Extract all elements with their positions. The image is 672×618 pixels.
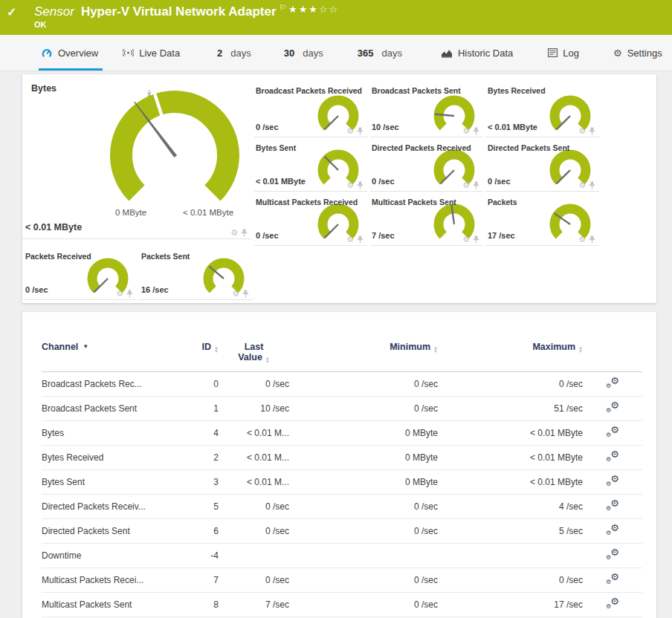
edit-channel-gears-icon[interactable]: ⚙⚙ — [606, 402, 619, 413]
tab-number: 365 — [358, 48, 374, 59]
pin-icon[interactable] — [589, 181, 595, 189]
col-channel[interactable]: Channel▼ — [42, 312, 183, 372]
id-cell: 3 — [183, 470, 219, 495]
minimum-cell: 0 MByte — [289, 470, 438, 495]
gauge-tile: Multicast Packets Received 0 /sec ⚙ — [254, 192, 367, 246]
gear-icon[interactable]: ⚙ — [462, 127, 470, 135]
tab-bar: Overview Live Data 2days 30days 365days … — [0, 35, 672, 71]
tab-365-days[interactable]: 365days — [358, 35, 402, 71]
minimum-cell: 0 /sec — [289, 397, 438, 421]
tab-overview[interactable]: Overview — [41, 35, 98, 71]
minimum-cell: 0 MByte — [289, 421, 438, 446]
tab-30-days[interactable]: 30days — [284, 35, 323, 71]
gauge-value: 0 /sec — [256, 231, 279, 240]
pin-icon[interactable] — [589, 235, 595, 244]
gear-icon[interactable]: ⚙ — [346, 235, 354, 244]
tab-number: 2 — [217, 48, 222, 59]
sort-desc-icon: ▼ — [83, 343, 88, 350]
edit-channel-gears-icon[interactable]: ⚙⚙ — [606, 475, 619, 487]
gauge-value: < 0.01 MByte — [256, 177, 306, 186]
col-last-value[interactable]: LastValue▲▼ — [219, 312, 289, 372]
channel-table: Channel▼ ID▲▼ LastValue▲▼ Minimum▲▼ Maxi… — [42, 312, 642, 617]
last-value-cell: 7 /sec — [219, 593, 289, 617]
gear-icon[interactable]: ⚙ — [116, 290, 123, 298]
gear-icon[interactable]: ⚙ — [232, 290, 239, 298]
pin-icon[interactable] — [241, 229, 248, 237]
id-cell: 0 — [183, 372, 219, 397]
maximum-cell: 5 /sec — [438, 519, 583, 544]
channel-cell: Bytes — [42, 421, 183, 446]
gear-icon[interactable]: ⚙ — [578, 127, 586, 135]
tab-label: Live Data — [139, 48, 180, 59]
pin-icon[interactable] — [473, 181, 479, 189]
status-badge: OK — [34, 20, 47, 29]
flag-icon[interactable]: ⚐ — [280, 3, 287, 12]
gauge-label: Bytes — [31, 83, 56, 94]
col-maximum[interactable]: Maximum▲▼ — [438, 312, 583, 372]
tab-live-data[interactable]: Live Data — [123, 35, 180, 71]
maximum-cell: < 0.01 MByte — [438, 446, 583, 470]
gauge-min-label: 0 MByte — [115, 208, 146, 217]
channel-cell: Directed Packets Receiv... — [42, 495, 183, 519]
gear-icon[interactable]: ⚙ — [578, 181, 586, 189]
pin-icon[interactable] — [473, 127, 479, 135]
gauge-label: Packets Sent — [141, 252, 190, 261]
tab-word: days — [381, 48, 401, 59]
minimum-cell: 0 /sec — [289, 568, 438, 593]
pin-icon[interactable] — [357, 235, 364, 244]
last-value-cell: 0 /sec — [219, 372, 289, 397]
edit-channel-gears-icon[interactable]: ⚙⚙ — [606, 451, 619, 462]
id-cell: 4 — [183, 421, 219, 446]
edit-channel-gears-icon[interactable]: ⚙⚙ — [606, 426, 619, 438]
channel-cell: Downtime — [42, 544, 183, 568]
edit-channel-gears-icon[interactable]: ⚙⚙ — [606, 377, 619, 388]
edit-channel-gears-icon[interactable]: ⚙⚙ — [606, 500, 619, 511]
tab-word: days — [303, 48, 323, 59]
gear-icon[interactable]: ⚙ — [230, 229, 238, 237]
col-minimum[interactable]: Minimum▲▼ — [289, 312, 438, 372]
pin-icon[interactable] — [473, 235, 479, 244]
gear-icon[interactable]: ⚙ — [578, 235, 586, 244]
minimum-cell — [289, 544, 438, 568]
table-row: Directed Packets Sent 6 0 /sec 0 /sec 5 … — [42, 519, 642, 544]
pin-icon[interactable] — [589, 127, 595, 135]
tab-2-days[interactable]: 2days — [217, 35, 251, 71]
maximum-cell: 4 /sec — [438, 495, 583, 519]
edit-channel-gears-icon[interactable]: ⚙⚙ — [606, 598, 619, 609]
gear-icon[interactable]: ⚙ — [462, 181, 470, 189]
edit-channel-gears-icon[interactable]: ⚙⚙ — [606, 549, 619, 560]
last-value-cell: 10 /sec — [219, 397, 289, 421]
gauge-max-label: < 0.01 MByte — [183, 208, 233, 217]
gauge-tile: Directed Packets Received 0 /sec ⚙ — [370, 137, 483, 192]
stars-filled[interactable]: ★★★ — [288, 4, 319, 15]
last-value-cell: 0 /sec — [219, 519, 289, 544]
tab-log[interactable]: Log — [548, 35, 579, 71]
gauge-value: 0 /sec — [372, 177, 395, 186]
gear-icon[interactable]: ⚙ — [462, 235, 470, 244]
col-id[interactable]: ID▲▼ — [183, 312, 219, 372]
maximum-cell: 0 /sec — [438, 372, 583, 397]
gear-icon[interactable]: ⚙ — [346, 181, 354, 189]
table-row: Broadcast Packets Sent 1 10 /sec 0 /sec … — [42, 397, 642, 421]
pin-icon[interactable] — [242, 290, 249, 298]
edit-channel-gears-icon[interactable]: ⚙⚙ — [606, 524, 619, 536]
channel-cell: Broadcast Packets Rec... — [42, 372, 183, 397]
gear-icon[interactable]: ⚙ — [346, 127, 354, 135]
minimum-cell: 0 /sec — [289, 593, 438, 617]
table-row: Downtime -4 ⚙⚙ — [42, 544, 642, 568]
gauges-panel: Bytes x̄ 0 MByte < 0.01 MByte < 0.01 MBy… — [22, 74, 656, 303]
pin-icon[interactable] — [126, 290, 133, 298]
pin-icon[interactable] — [357, 181, 364, 189]
pin-icon[interactable] — [357, 127, 364, 135]
log-list-icon — [548, 48, 558, 57]
stars-empty[interactable]: ☆☆ — [319, 4, 339, 15]
tab-settings[interactable]: ⚙ Settings — [613, 35, 662, 71]
edit-channel-gears-icon[interactable]: ⚙⚙ — [606, 573, 619, 585]
tab-historic-data[interactable]: Historic Data — [441, 35, 513, 71]
tab-word: days — [230, 48, 251, 59]
col-actions — [583, 312, 642, 372]
gauge-label: Multicast Packets Received — [256, 198, 358, 206]
gauge-label: Packets — [488, 198, 517, 206]
gauge-label: Broadcast Packets Received — [256, 86, 362, 95]
priority-stars[interactable]: ★★★☆☆ — [288, 4, 339, 15]
